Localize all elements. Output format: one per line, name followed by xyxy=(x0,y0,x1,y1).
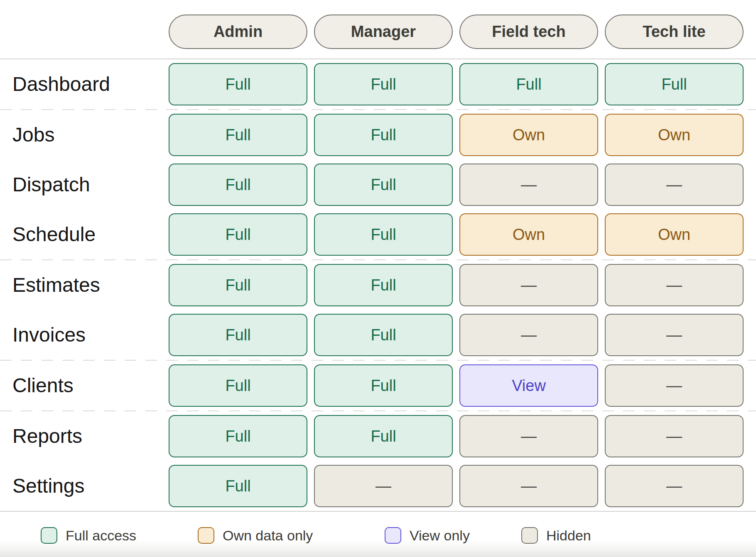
access-cell-reports-manager[interactable]: Full xyxy=(314,415,453,457)
access-cell-invoices-field-tech[interactable]: — xyxy=(459,314,598,356)
table-row: Jobs FullFullOwnOwn xyxy=(0,110,756,160)
access-cell-dispatch-field-tech[interactable]: — xyxy=(459,164,598,206)
access-cell-dashboard-admin[interactable]: Full xyxy=(169,63,307,105)
access-cell-settings-field-tech[interactable]: — xyxy=(459,465,598,507)
access-cell-invoices-admin[interactable]: Full xyxy=(169,314,307,356)
access-cell-dispatch-tech-lite[interactable]: — xyxy=(605,164,744,206)
table-row: Estimates FullFull—— xyxy=(0,260,756,310)
legend-swatch-full xyxy=(41,527,57,544)
permissions-matrix: AdminManagerField techTech lite Dashboar… xyxy=(0,0,756,557)
legend-swatch-hidden xyxy=(521,527,538,544)
access-cell-invoices-tech-lite[interactable]: — xyxy=(605,314,744,356)
access-cell-dispatch-manager[interactable]: Full xyxy=(314,164,453,206)
matrix-body: Dashboard FullFullFullFull Jobs FullFull… xyxy=(0,59,756,511)
table-row: Schedule FullFullOwnOwn xyxy=(0,210,756,259)
legend-item-view: View only xyxy=(385,527,470,544)
access-cell-dashboard-manager[interactable]: Full xyxy=(314,63,453,105)
access-cell-settings-manager[interactable]: — xyxy=(314,465,453,507)
table-row: Invoices FullFull—— xyxy=(0,310,756,360)
feature-label: Schedule xyxy=(12,225,162,244)
access-cell-schedule-field-tech[interactable]: Own xyxy=(459,213,598,256)
access-cell-jobs-manager[interactable]: Full xyxy=(314,114,453,156)
feature-label: Dashboard xyxy=(12,74,162,94)
access-cell-schedule-manager[interactable]: Full xyxy=(314,213,453,256)
access-cell-clients-field-tech[interactable]: View xyxy=(459,364,598,407)
access-cell-jobs-tech-lite[interactable]: Own xyxy=(605,114,744,156)
access-cell-reports-admin[interactable]: Full xyxy=(169,415,307,457)
role-pill-tech-lite[interactable]: Tech lite xyxy=(605,15,744,49)
role-pill-field-tech[interactable]: Field tech xyxy=(459,15,598,49)
access-cell-estimates-manager[interactable]: Full xyxy=(314,264,453,306)
feature-label: Dispatch xyxy=(12,175,162,195)
legend-label: Own data only xyxy=(223,528,313,542)
table-row: Dispatch FullFull—— xyxy=(0,160,756,210)
feature-label: Settings xyxy=(12,476,162,496)
access-cell-invoices-manager[interactable]: Full xyxy=(314,314,453,356)
legend-swatch-own xyxy=(198,527,214,544)
access-cell-dashboard-tech-lite[interactable]: Full xyxy=(605,63,744,105)
legend-label: Full access xyxy=(66,528,136,542)
access-cell-jobs-admin[interactable]: Full xyxy=(169,114,307,156)
access-cell-estimates-field-tech[interactable]: — xyxy=(459,264,598,306)
table-row: Settings Full——— xyxy=(0,461,756,511)
access-cell-dashboard-field-tech[interactable]: Full xyxy=(459,63,598,105)
feature-label: Estimates xyxy=(12,275,162,295)
access-cell-jobs-field-tech[interactable]: Own xyxy=(459,114,598,156)
access-cell-estimates-admin[interactable]: Full xyxy=(169,264,307,306)
roles-header: AdminManagerField techTech lite xyxy=(0,0,756,59)
access-cell-estimates-tech-lite[interactable]: — xyxy=(605,264,744,306)
access-cell-schedule-admin[interactable]: Full xyxy=(169,213,307,256)
legend-swatch-view xyxy=(385,527,401,544)
legend: Full access Own data only View only Hidd… xyxy=(0,511,756,557)
access-cell-clients-tech-lite[interactable]: — xyxy=(605,364,744,407)
feature-label: Jobs xyxy=(12,125,162,145)
feature-label: Invoices xyxy=(12,325,162,345)
access-cell-reports-field-tech[interactable]: — xyxy=(459,415,598,457)
legend-item-hidden: Hidden xyxy=(521,527,591,544)
table-row: Dashboard FullFullFullFull xyxy=(0,59,756,109)
access-cell-reports-tech-lite[interactable]: — xyxy=(605,415,744,457)
access-cell-settings-tech-lite[interactable]: — xyxy=(605,465,744,507)
legend-item-own: Own data only xyxy=(198,527,313,544)
role-pill-admin[interactable]: Admin xyxy=(169,15,307,49)
access-cell-settings-admin[interactable]: Full xyxy=(169,465,307,507)
legend-label: View only xyxy=(410,528,470,542)
legend-item-full: Full access xyxy=(41,527,136,544)
access-cell-dispatch-admin[interactable]: Full xyxy=(169,164,307,206)
access-cell-schedule-tech-lite[interactable]: Own xyxy=(605,213,744,256)
access-cell-clients-admin[interactable]: Full xyxy=(169,364,307,407)
feature-label: Reports xyxy=(12,426,162,446)
feature-label: Clients xyxy=(12,376,162,396)
access-cell-clients-manager[interactable]: Full xyxy=(314,364,453,407)
role-pill-manager[interactable]: Manager xyxy=(314,15,453,49)
table-row: Clients FullFullView— xyxy=(0,361,756,410)
legend-label: Hidden xyxy=(546,528,591,542)
table-row: Reports FullFull—— xyxy=(0,411,756,461)
